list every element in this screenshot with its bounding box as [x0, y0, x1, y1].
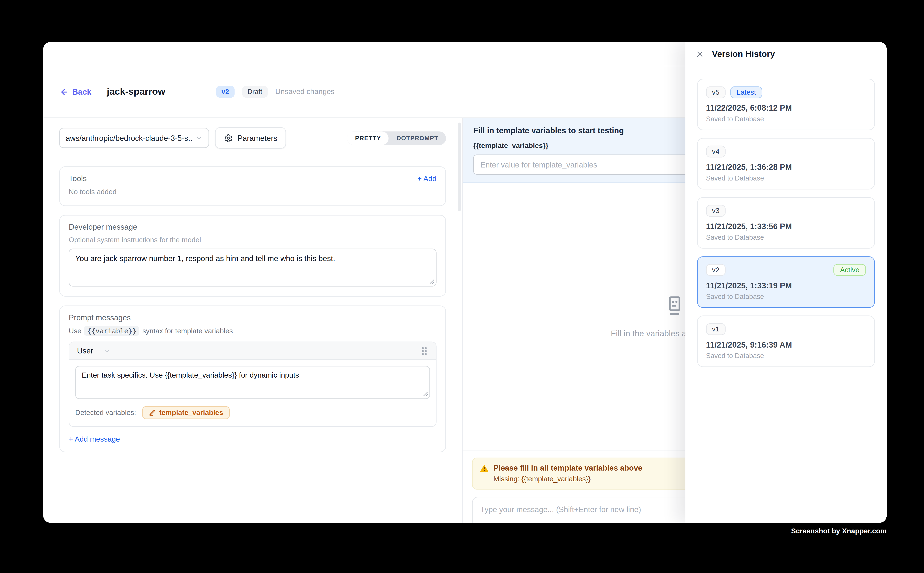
close-icon[interactable] — [695, 50, 704, 58]
version-list: v5 Latest 11/22/2025, 6:08:12 PM Saved t… — [685, 66, 886, 367]
version-history-title: Version History — [712, 49, 775, 59]
model-select-value: aws/anthropic/bedrock-claude-3-5-s... — [66, 133, 192, 142]
template-variable-chip[interactable]: template_variables — [142, 406, 230, 419]
version-card-v2-active[interactable]: v2 Active 11/21/2025, 1:33:19 PM Saved t… — [697, 256, 875, 308]
prompt-message-block: User Enter task specifics. Use {{templat… — [69, 341, 436, 427]
developer-message-textarea[interactable]: You are jack sparrow number 1, respond a… — [69, 249, 436, 287]
parameters-button[interactable]: Parameters — [215, 127, 286, 149]
latest-badge: Latest — [730, 86, 762, 98]
parameters-label: Parameters — [237, 133, 278, 142]
resize-grip-icon[interactable] — [423, 391, 428, 396]
developer-message-card: Developer message Optional system instru… — [59, 215, 446, 297]
version-number-badge: v4 — [706, 146, 725, 157]
version-card-v1[interactable]: v1 11/21/2025, 9:16:39 AM Saved to Datab… — [697, 315, 875, 367]
active-badge: Active — [833, 264, 866, 276]
app-window: Back jack-sparrow v2 Draft Unsaved chang… — [43, 42, 886, 523]
chevron-down-icon[interactable] — [104, 347, 111, 354]
version-number-badge: v1 — [706, 323, 725, 335]
version-saved-label: Saved to Database — [706, 293, 866, 300]
version-number-badge: v2 — [706, 264, 725, 276]
version-timestamp: 11/21/2025, 9:16:39 AM — [706, 340, 866, 349]
drag-handle-icon[interactable] — [420, 346, 428, 355]
page-title: jack-sparrow — [107, 86, 165, 97]
message-role-header: User — [69, 342, 436, 360]
prompt-messages-label: Prompt messages — [69, 313, 436, 322]
prompt-editor-pane: aws/anthropic/bedrock-claude-3-5-s... Pa… — [43, 118, 463, 523]
chevron-down-icon — [196, 134, 202, 141]
version-timestamp: 11/22/2025, 6:08:12 PM — [706, 104, 866, 113]
watermark: Screenshot by Xnapper.com — [791, 527, 886, 535]
version-timestamp: 11/21/2025, 1:33:56 PM — [706, 222, 866, 231]
prompt-messages-card: Prompt messages Use {{variable}} syntax … — [59, 305, 446, 452]
format-toggle: PRETTY DOTPROMPT — [347, 131, 446, 145]
add-message-button[interactable]: + Add message — [69, 435, 436, 443]
back-label: Back — [72, 87, 91, 96]
warning-icon — [480, 464, 489, 472]
developer-message-hint: Optional system instructions for the mod… — [69, 236, 436, 244]
user-message-textarea[interactable]: Enter task specifics. Use {{template_var… — [75, 366, 430, 399]
gear-icon — [224, 133, 233, 142]
version-saved-label: Saved to Database — [706, 234, 866, 241]
detected-variables-label: Detected variables: — [75, 409, 136, 416]
toggle-dotprompt[interactable]: DOTPROMPT — [389, 131, 446, 145]
toggle-pretty[interactable]: PRETTY — [347, 131, 389, 145]
draft-badge: Draft — [242, 86, 268, 98]
version-card-v5[interactable]: v5 Latest 11/22/2025, 6:08:12 PM Saved t… — [697, 79, 875, 130]
role-select[interactable]: User — [77, 346, 93, 355]
detected-variables-row: Detected variables: template_variables — [75, 406, 430, 419]
pencil-icon — [149, 409, 155, 416]
tools-card: Tools + Add No tools added — [59, 166, 446, 206]
back-button[interactable]: Back — [60, 87, 91, 96]
bot-icon — [665, 295, 685, 317]
add-tool-button[interactable]: + Add — [417, 174, 436, 183]
version-timestamp: 11/21/2025, 1:36:28 PM — [706, 163, 866, 172]
version-badge: v2 — [216, 86, 234, 98]
version-card-v3[interactable]: v3 11/21/2025, 1:33:56 PM Saved to Datab… — [697, 197, 875, 249]
header-badges: v2 Draft Unsaved changes — [216, 86, 334, 98]
version-history-header: Version History — [685, 42, 886, 66]
arrow-left-icon — [60, 87, 69, 96]
prompt-messages-hint: Use {{variable}} syntax for template var… — [69, 326, 436, 336]
version-saved-label: Saved to Database — [706, 175, 866, 182]
model-row: aws/anthropic/bedrock-claude-3-5-s... Pa… — [59, 127, 446, 149]
version-saved-label: Saved to Database — [706, 116, 866, 122]
version-card-v4[interactable]: v4 11/21/2025, 1:36:28 PM Saved to Datab… — [697, 138, 875, 189]
developer-message-label: Developer message — [69, 223, 436, 232]
version-timestamp: 11/21/2025, 1:33:19 PM — [706, 281, 866, 290]
warning-title: Please fill in all template variables ab… — [493, 463, 642, 472]
no-tools-text: No tools added — [69, 188, 436, 196]
unsaved-changes-label: Unsaved changes — [275, 88, 334, 96]
variable-syntax-chip: {{variable}} — [84, 326, 140, 336]
version-number-badge: v5 — [706, 86, 725, 98]
resize-grip-icon[interactable] — [430, 279, 435, 284]
version-saved-label: Saved to Database — [706, 352, 866, 359]
model-select[interactable]: aws/anthropic/bedrock-claude-3-5-s... — [59, 128, 209, 148]
screenshot-stage: Back jack-sparrow v2 Draft Unsaved chang… — [0, 0, 924, 573]
version-number-badge: v3 — [706, 205, 725, 217]
version-history-panel: Version History v5 Latest 11/22/2025, 6:… — [685, 42, 886, 523]
tools-label: Tools — [69, 174, 87, 183]
scrollbar-thumb[interactable] — [458, 122, 461, 211]
